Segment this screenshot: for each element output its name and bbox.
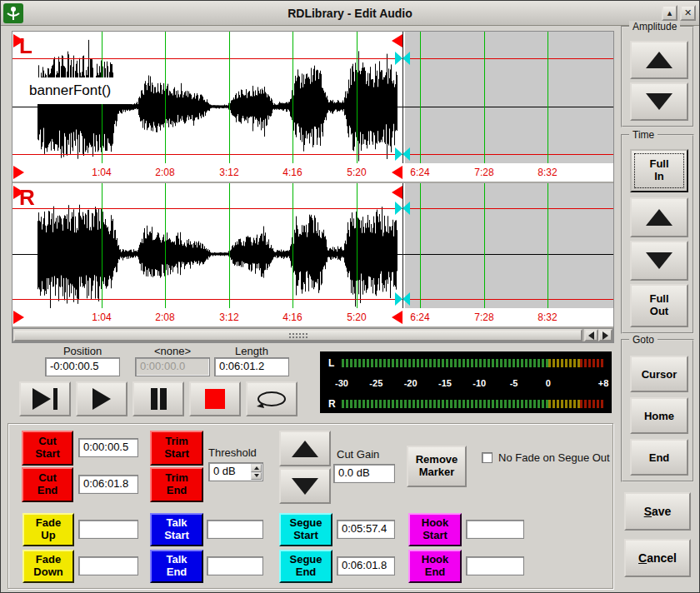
close-button[interactable]: ✕ xyxy=(680,5,696,21)
goto-home-button[interactable]: Home xyxy=(630,397,688,434)
time-gridline xyxy=(484,183,485,308)
markers-panel: CutStart 0:00:00.5 CutEnd 0:06:01.8 Trim… xyxy=(8,423,613,589)
time-gridline xyxy=(420,183,421,308)
right-toolbar: Amplitude Time FullIn FullOut Goto Curso… xyxy=(619,26,698,592)
segue-start-button[interactable]: SegueStart xyxy=(279,513,332,546)
down-arrow-icon xyxy=(646,252,672,269)
scroll-right-icon xyxy=(602,331,608,340)
time-gridline xyxy=(292,183,293,308)
cut-gain-up-button[interactable] xyxy=(279,431,331,466)
amplitude-group-label: Amplitude xyxy=(629,21,680,32)
time-gridline xyxy=(357,183,358,308)
transport-section: Position <none> Length -0:00:00.5 0:00:0… xyxy=(12,345,614,421)
titlebar[interactable]: RDLibrary - Edit Audio ▴ ✕ xyxy=(1,1,699,26)
play-button[interactable] xyxy=(76,381,128,416)
segue-marker[interactable] xyxy=(395,202,410,215)
segue-end-field[interactable]: 0:06:01.8 xyxy=(337,556,395,576)
meter-scale-label: -30 xyxy=(335,378,348,388)
hook-start-button[interactable]: HookStart xyxy=(408,513,462,546)
length-label: Length xyxy=(235,345,268,357)
segue-marker[interactable] xyxy=(395,147,410,161)
play-from-start-button[interactable] xyxy=(19,381,71,416)
spin-down-icon xyxy=(254,474,259,477)
zoom-out-button[interactable] xyxy=(630,241,688,281)
cut-gain-field[interactable]: 0.0 dB xyxy=(333,464,395,483)
fade-up-field[interactable] xyxy=(78,520,138,539)
ruler-end-marker[interactable] xyxy=(392,311,402,324)
pause-icon xyxy=(151,388,158,410)
fade-down-field[interactable] xyxy=(78,556,138,576)
scrollbar-grip xyxy=(288,332,308,340)
cut-end-marker[interactable] xyxy=(392,186,402,199)
meter-left-leds xyxy=(342,359,603,367)
loop-button[interactable] xyxy=(246,381,298,416)
talk-start-field[interactable] xyxy=(207,520,263,539)
time-tick-label: 7:28 xyxy=(474,167,493,178)
shade-button[interactable]: ▴ xyxy=(662,5,678,21)
time-gridline xyxy=(102,183,102,308)
goto-end-button[interactable]: End xyxy=(630,439,688,476)
waveform-panel-left[interactable]: 1:042:083:124:165:206:247:288:32 L banne… xyxy=(12,32,613,182)
position-field: -0:00:00.5 xyxy=(45,357,120,376)
cut-start-button[interactable]: CutStart xyxy=(22,431,73,466)
segue-start-field[interactable]: 0:05:57.4 xyxy=(337,520,395,539)
meter-scale-label: -5 xyxy=(510,378,518,388)
trim-end-button[interactable]: TrimEnd xyxy=(150,467,203,502)
hook-end-field[interactable] xyxy=(466,556,524,576)
talk-start-button[interactable]: TalkStart xyxy=(150,513,203,546)
threshold-spin-down[interactable] xyxy=(251,472,262,481)
pause-button[interactable] xyxy=(132,381,184,416)
goto-cursor-button[interactable]: Cursor xyxy=(630,356,688,392)
fade-down-button[interactable]: FadeDown xyxy=(22,550,74,583)
save-button[interactable]: Save xyxy=(624,492,691,531)
meter-right-leds xyxy=(342,400,603,408)
cancel-button[interactable]: Cancel xyxy=(624,539,691,577)
hook-end-button[interactable]: HookEnd xyxy=(408,550,462,583)
ruler-start-marker[interactable] xyxy=(13,311,24,324)
full-out-button[interactable]: FullOut xyxy=(630,284,688,327)
scrollbar-thumb[interactable] xyxy=(13,329,582,341)
talk-end-button[interactable]: TalkEnd xyxy=(150,550,203,583)
segue-marker[interactable] xyxy=(395,292,410,306)
ruler-start-marker[interactable] xyxy=(13,166,24,179)
threshold-spinbox[interactable]: 0 dB xyxy=(208,462,263,481)
meter-scale-label: -10 xyxy=(472,378,486,388)
time-tick-label: 2:08 xyxy=(155,167,174,178)
scroll-left-button[interactable] xyxy=(584,329,598,341)
zoom-in-button[interactable] xyxy=(630,197,688,237)
cut-end-field[interactable]: 0:06:01.8 xyxy=(78,475,138,494)
time-gridline xyxy=(484,32,485,163)
talk-end-field[interactable] xyxy=(207,556,263,576)
scroll-right-button[interactable] xyxy=(598,329,612,341)
amplitude-up-button[interactable] xyxy=(630,41,688,79)
full-in-button[interactable]: FullIn xyxy=(630,149,688,192)
no-fade-checkbox[interactable] xyxy=(482,452,492,463)
remove-marker-button[interactable]: RemoveMarker xyxy=(407,446,467,487)
spin-up-icon xyxy=(254,466,259,470)
segue-marker[interactable] xyxy=(395,52,410,65)
time-tick-label: 8:32 xyxy=(538,311,557,323)
segue-end-button[interactable]: SegueEnd xyxy=(279,550,332,583)
cut-start-marker[interactable] xyxy=(13,186,24,199)
time-ruler-left: 1:042:083:124:165:206:247:288:32 xyxy=(12,163,613,182)
time-gridline xyxy=(548,32,548,163)
cut-end-button[interactable]: CutEnd xyxy=(22,467,73,502)
cut-start-marker[interactable] xyxy=(13,34,24,47)
ruler-end-marker[interactable] xyxy=(392,166,402,179)
time-gridline xyxy=(229,183,230,308)
fade-up-button[interactable]: FadeUp xyxy=(22,513,74,546)
trim-start-button[interactable]: TrimStart xyxy=(150,431,203,466)
stop-button[interactable] xyxy=(189,381,241,416)
amplitude-ref-line-top xyxy=(12,58,613,59)
waveform-panel-right[interactable]: 1:042:083:124:165:206:247:288:32 R xyxy=(12,183,613,326)
horizontal-scrollbar[interactable] xyxy=(12,328,613,342)
cut-gain-down-button[interactable] xyxy=(279,468,331,504)
amplitude-group: Amplitude xyxy=(621,26,694,127)
cut-end-marker[interactable] xyxy=(392,34,402,47)
time-ruler-right: 1:042:083:124:165:206:247:288:32 xyxy=(12,308,613,326)
hook-start-field[interactable] xyxy=(466,520,524,539)
threshold-spin-up[interactable] xyxy=(251,464,262,472)
amplitude-down-button[interactable] xyxy=(630,82,688,121)
cut-start-field[interactable]: 0:00:00.5 xyxy=(78,438,138,457)
position-label: Position xyxy=(63,345,102,357)
